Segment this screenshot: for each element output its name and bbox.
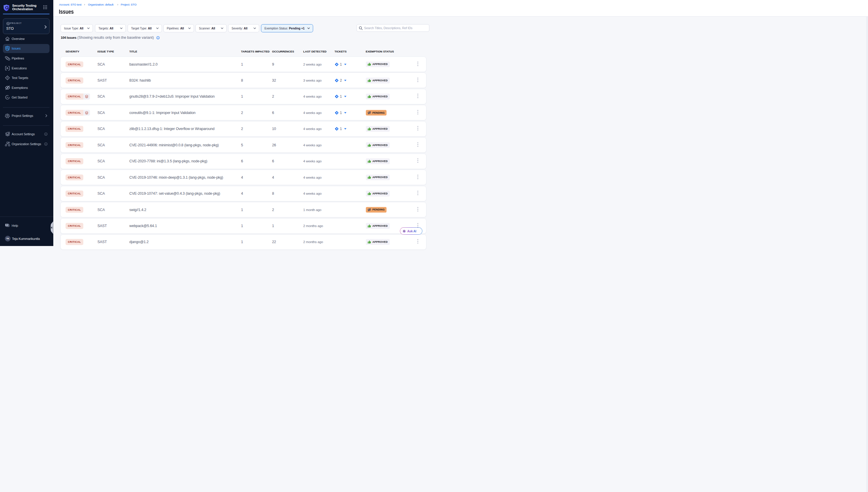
svg-text:?: ? (6, 224, 7, 226)
